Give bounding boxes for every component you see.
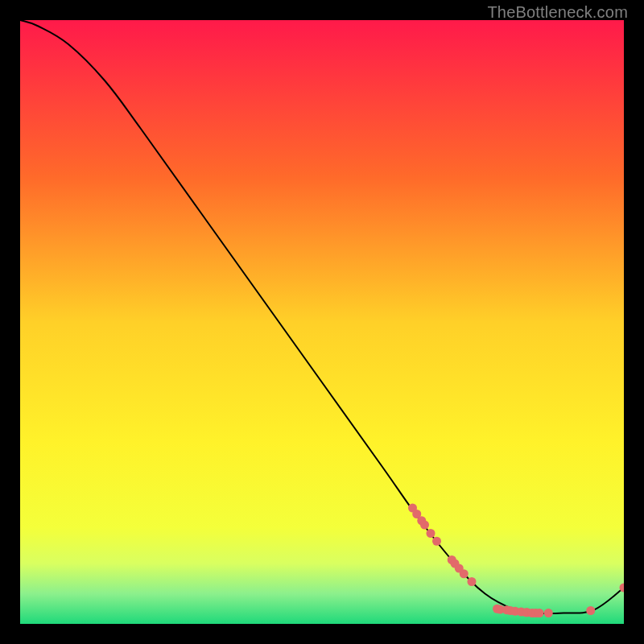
chart-plot-area [20, 20, 624, 624]
data-marker [468, 577, 477, 586]
gradient-background [20, 20, 624, 624]
data-marker [544, 609, 553, 617]
data-marker [535, 609, 544, 617]
data-marker [432, 537, 441, 546]
chart-svg [20, 20, 624, 624]
data-marker [460, 569, 469, 578]
data-marker [427, 529, 436, 538]
data-marker [420, 521, 429, 530]
data-marker [586, 606, 595, 615]
watermark-text: TheBottleneck.com [487, 3, 628, 22]
